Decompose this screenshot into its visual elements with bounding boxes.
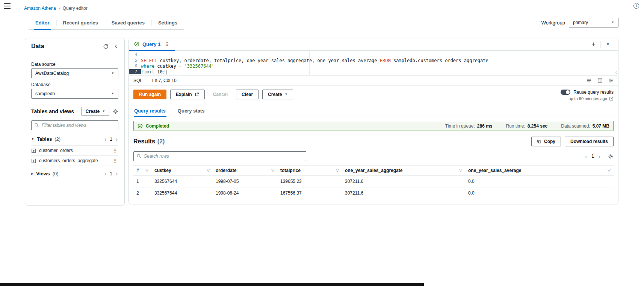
column-header-index[interactable]: #▽ [133,166,151,176]
sql-code-editor[interactable]: 4 5 SELECT custkey, orderdate, totalpric… [129,51,618,76]
column-header-one-year-sales-aggregate[interactable]: one_year_sales_aggregate▽ [342,166,465,176]
create-button-label: Create [86,109,100,114]
tab-saved-queries[interactable]: Saved queries [105,17,151,29]
results-header-row: #▽ custkey▽ orderdate▽ totalprice▽ one_y… [133,166,614,176]
views-section-count: (0) [53,171,59,176]
data-panel-body: Data source AwsDataCatalog ▼ Database sa… [25,54,124,180]
database-select[interactable]: sampledb ▼ [31,89,118,99]
next-page-icon[interactable]: › [115,136,118,142]
table-item-customer-orders[interactable]: customer_orders ⋮ [31,146,118,156]
keyboard-shortcuts-icon[interactable] [587,78,592,83]
query-actions-row: Run again Explain Cancel Clear Create ▼ … [129,86,618,104]
search-rows-input[interactable] [133,151,306,161]
cell-totalprice: 139655.23 [277,176,342,187]
expand-table-icon[interactable] [31,158,36,163]
column-header-custkey[interactable]: custkey▽ [151,166,213,176]
kebab-menu-icon[interactable]: ⋮ [112,158,118,163]
reuse-query-results-toggle[interactable] [561,90,570,95]
reuse-query-results-control: Reuse query results up to 60 minutes ago [561,90,614,101]
results-header: Results (2) Copy Download results [129,131,618,146]
data-source-value: AwsDataCatalog [35,71,69,76]
prev-page-icon[interactable]: ‹ [104,136,107,142]
filter-icon[interactable]: ▽ [336,169,339,172]
text-cursor [166,70,166,75]
filter-icon[interactable]: ▽ [207,169,210,172]
result-row-2[interactable]: 2 332567644 1998-06-24 167556.37 307211.… [133,187,614,199]
result-row-1[interactable]: 1 332567644 1998-07-05 139655.23 307211.… [133,176,614,187]
breadcrumb: Amazon Athena › Query editor [24,6,88,11]
next-page-icon[interactable]: › [598,154,601,159]
hamburger-menu-icon[interactable] [4,3,11,10]
tab-settings[interactable]: Settings [151,17,184,29]
info-icon[interactable]: i [633,3,639,9]
filter-icon[interactable]: ▽ [459,169,462,172]
edit-reuse-duration-icon[interactable] [609,96,614,101]
clear-button[interactable]: Clear [236,90,259,99]
filter-icon[interactable]: ▽ [145,169,148,172]
data-source-label: Data source [31,62,118,67]
cell-one-year-sales-aggregate: 307211.6 [342,176,465,187]
data-source-select[interactable]: AwsDataCatalog ▼ [31,68,118,78]
code-line-7: 7 limit 10; [129,69,618,75]
filter-icon[interactable]: ▽ [608,169,611,172]
add-query-tab-icon[interactable]: + [587,41,600,48]
column-header-one-year-sales-average[interactable]: one_year_sales_average▽ [465,166,614,176]
breadcrumb-separator: › [59,6,60,11]
query-tab-label: Query 1 [142,41,160,47]
line-number: 4 [129,52,141,57]
copy-button[interactable]: Copy [531,137,561,146]
workgroup-select[interactable]: primary ▼ [569,18,618,27]
kebab-menu-icon[interactable]: ⋮ [112,148,118,153]
results-count: (2) [157,138,165,145]
refresh-icon[interactable] [103,44,109,49]
editor-layout-icon[interactable] [597,78,603,83]
filter-icon[interactable]: ▽ [271,169,274,172]
filter-tables-input[interactable] [31,120,118,130]
create-dropdown-button[interactable]: Create ▼ [262,90,293,99]
copy-button-label: Copy [544,139,555,144]
views-section-header[interactable]: ▶ Views (0) ‹ 1 › [31,171,118,180]
tables-section-count: (2) [54,136,60,142]
results-settings-gear-icon[interactable] [608,154,614,159]
run-again-button[interactable]: Run again [133,90,166,99]
editor-settings-gear-icon[interactable] [608,78,614,83]
cancel-button[interactable]: Cancel [209,90,232,99]
next-page-icon[interactable]: › [115,171,118,176]
tab-editor[interactable]: Editor [29,17,56,29]
athena-console: Amazon Athena › Query editor i Editor Re… [0,0,644,286]
column-header-orderdate[interactable]: orderdate▽ [213,166,277,176]
tab-list-dropdown-icon[interactable]: ▼ [601,43,615,46]
expand-table-icon[interactable] [31,148,36,153]
line-number: 5 [129,58,141,63]
caret-down-icon: ▼ [111,72,114,75]
tab-query-stats[interactable]: Query stats [172,105,211,117]
explain-button[interactable]: Explain [170,90,205,99]
download-results-button[interactable]: Download results [565,137,614,146]
views-page-number[interactable]: 1 [110,171,112,176]
tables-page-number[interactable]: 1 [110,137,112,142]
cell-custkey: 332567644 [151,187,213,199]
prev-page-icon[interactable]: ‹ [104,171,107,176]
workgroup-value: primary [573,20,588,25]
create-button[interactable]: Create ▼ [82,107,109,116]
data-panel: Data Data source AwsDataCatalog ▼ Databa… [25,38,125,205]
collapse-panel-icon[interactable] [114,44,118,49]
column-header-totalprice[interactable]: totalprice▽ [277,166,342,176]
query-tab-menu-icon[interactable]: ⋮ [163,41,170,47]
tables-settings-gear-icon[interactable] [113,109,118,114]
tables-section-header[interactable]: ▼ Tables (2) ‹ 1 › [31,136,118,146]
results-tab-strip: Query results Query stats [129,105,618,117]
breadcrumb-link-amazon-athena[interactable]: Amazon Athena [24,6,56,11]
caret-down-icon: ▼ [611,21,614,24]
query-status-banner: Completed Time in queue:286 ms Run time:… [133,121,614,131]
table-item-customers-orders-aggregate[interactable]: customers_orders_aggregate ⋮ [31,156,118,166]
tab-recent-queries[interactable]: Recent queries [56,17,105,29]
filter-tables-search [31,120,118,130]
tab-query-results[interactable]: Query results [133,105,172,117]
line-number: 6 [129,64,141,68]
cell-index: 1 [133,176,151,187]
prev-page-icon[interactable]: ‹ [584,154,588,159]
reuse-query-results-label: Reuse query results [573,90,614,95]
results-page-number[interactable]: 1 [591,154,594,159]
query-tab-1[interactable]: Query 1 ⋮ [129,38,175,51]
